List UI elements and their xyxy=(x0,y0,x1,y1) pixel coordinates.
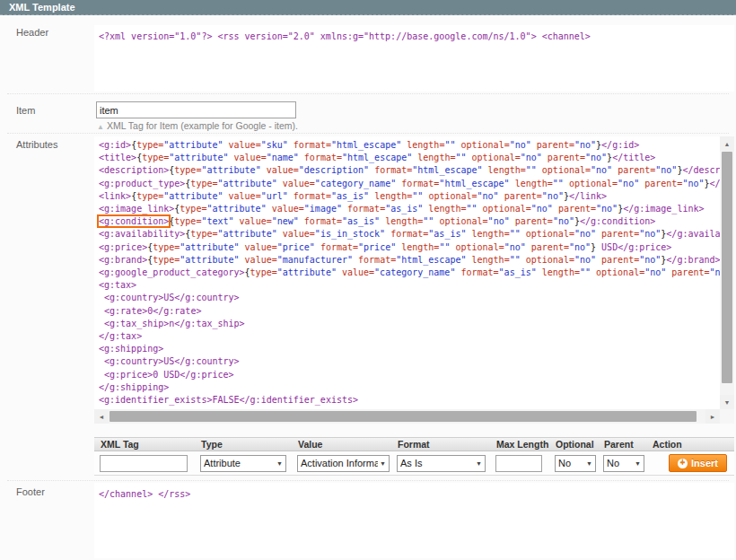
code-line: <g:image_link>{type="attribute" value="i… xyxy=(99,203,720,215)
code-line: <g:google_product_category>{type="attrib… xyxy=(99,267,720,279)
type-select[interactable]: Attribute ▼ xyxy=(200,455,286,472)
parent-select[interactable]: No ▼ xyxy=(603,455,644,472)
col-header-format: Format xyxy=(391,439,490,450)
table-header-row: XML Tag Type Value Format Max Length Opt… xyxy=(94,437,734,451)
code-line: <g:id>{type="attribute" value="sku" form… xyxy=(99,139,720,152)
section-divider xyxy=(7,133,729,134)
scroll-up-icon[interactable]: ▲ xyxy=(720,136,734,151)
scrollbar-corner xyxy=(720,409,734,424)
code-line: <description>{type="attribute" value="de… xyxy=(99,164,720,177)
format-select[interactable]: As Is ▼ xyxy=(397,455,486,472)
footer-template-editor[interactable]: </channel> </rss> xyxy=(94,483,734,558)
section-divider xyxy=(7,480,729,481)
col-header-type: Type xyxy=(195,439,292,450)
plus-circle-icon: + xyxy=(678,459,688,468)
insert-button[interactable]: + Insert xyxy=(669,454,727,472)
code-line: <g:availability>{type="attribute" value=… xyxy=(99,228,720,241)
horizontal-scrollbar[interactable]: ◄ ► xyxy=(94,409,720,424)
header-label: Header xyxy=(16,27,48,38)
vertical-scrollbar[interactable]: ▲ ▼ xyxy=(720,136,734,409)
parent-select-value: No xyxy=(607,458,633,468)
insert-button-label: Insert xyxy=(691,458,718,468)
code-line: <title>{type="attribute" value="name" fo… xyxy=(99,152,720,164)
note-triangle-icon: ▲ xyxy=(97,123,104,131)
col-header-value: Value xyxy=(292,439,391,450)
code-line: <g:country>US</g:country> xyxy=(99,355,720,368)
code-line: </g:tax> xyxy=(99,330,720,343)
item-tag-input[interactable] xyxy=(96,101,296,118)
optional-select-value: No xyxy=(558,458,584,468)
section-divider xyxy=(7,93,729,94)
xml-tag-input[interactable] xyxy=(100,455,188,472)
code-line: <g:price>{type="attribute" value="price"… xyxy=(99,241,720,254)
chevron-down-icon: ▼ xyxy=(635,460,641,467)
chevron-down-icon: ▼ xyxy=(380,460,386,467)
optional-select[interactable]: No ▼ xyxy=(555,455,596,472)
format-select-value: As Is xyxy=(400,458,474,468)
code-line: <g:rate>0</g:rate> xyxy=(99,305,720,318)
scroll-right-icon[interactable]: ► xyxy=(705,409,720,424)
attributes-code-view[interactable]: <g:id>{type="attribute" value="sku" form… xyxy=(94,136,720,409)
value-select[interactable]: Activation Informatio ▼ xyxy=(297,455,390,472)
chevron-down-icon: ▼ xyxy=(276,460,283,467)
item-note-text: XML Tag for Item (example for Google - i… xyxy=(107,120,298,131)
code-line: <g:shipping> xyxy=(99,343,720,355)
code-line: <g:country>US</g:country> xyxy=(99,292,720,304)
code-line: </g:shipping> xyxy=(99,381,720,394)
attribute-insert-table: XML Tag Type Value Format Max Length Opt… xyxy=(94,437,734,476)
page-title: XML Template xyxy=(0,0,736,15)
vertical-scrollbar-thumb[interactable] xyxy=(722,152,732,383)
code-line: <g:tax_ship>n</g:tax_ship> xyxy=(99,318,720,330)
table-input-row: Attribute ▼ Activation Informatio ▼ As I… xyxy=(94,451,734,476)
attributes-template-editor[interactable]: <g:id>{type="attribute" value="sku" form… xyxy=(94,136,734,424)
col-header-parent: Parent xyxy=(598,439,646,450)
code-line: <g:price>0 USD</g:price> xyxy=(99,369,720,381)
item-note: ▲XML Tag for Item (example for Google - … xyxy=(97,120,298,131)
col-header-action: Action xyxy=(646,439,734,450)
code-line: <g:brand>{type="attribute" value="manufa… xyxy=(99,254,720,267)
code-line: <g:identifier_exists>FALSE</g:identifier… xyxy=(99,394,720,407)
scroll-left-icon[interactable]: ◄ xyxy=(94,409,109,424)
horizontal-scrollbar-thumb[interactable] xyxy=(110,411,697,422)
col-header-xml-tag: XML Tag xyxy=(94,439,195,450)
scroll-down-icon[interactable]: ▼ xyxy=(720,395,734,409)
type-select-value: Attribute xyxy=(204,458,275,468)
code-line: <g:tax> xyxy=(99,279,720,292)
header-template-editor[interactable]: <?xml version="1.0"?> <rss version="2.0"… xyxy=(94,25,734,92)
code-line: <g:product_type>{type="attribute" value=… xyxy=(99,178,720,190)
col-header-optional: Optional xyxy=(549,439,598,450)
col-header-max-length: Max Length xyxy=(490,439,549,450)
chevron-down-icon: ▼ xyxy=(586,460,592,467)
chevron-down-icon: ▼ xyxy=(476,460,482,467)
code-line: <g:condition>{type="text" value="new" fo… xyxy=(99,215,720,228)
item-label: Item xyxy=(16,105,35,116)
footer-label: Footer xyxy=(16,486,45,497)
attributes-label: Attributes xyxy=(16,139,57,150)
max-length-input[interactable] xyxy=(495,455,542,472)
value-select-value: Activation Informatio xyxy=(301,458,378,468)
code-line: <link>{type="attribute" value="url" form… xyxy=(99,190,720,203)
